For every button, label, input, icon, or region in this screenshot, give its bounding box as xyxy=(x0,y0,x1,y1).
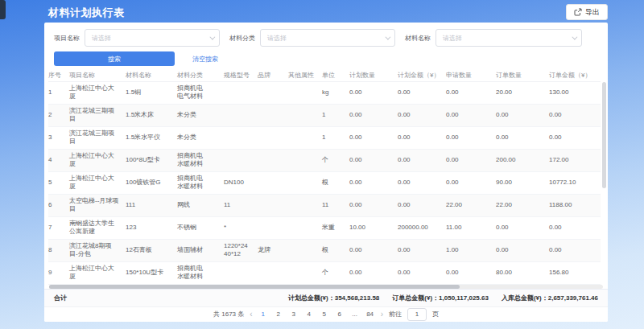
table-row[interactable]: 4上海松江中心大厦100*8U型卡招商机电 水暖材料个0.000.000.002… xyxy=(48,149,601,171)
cell: 网线 xyxy=(177,194,224,216)
cell: 1.00 xyxy=(446,239,496,261)
table-row[interactable]: 3滨江花城三期项目1.5米水平仪未分类10.000.000.000.000.00 xyxy=(48,126,601,149)
cell: 1.5米木床 xyxy=(126,104,177,126)
table-row[interactable]: 8滨江花城8期项目-分包12石膏板墙面辅材1220*2440*12龙牌根0.00… xyxy=(48,239,601,261)
cell xyxy=(288,171,322,194)
filter-select-2[interactable]: 请选择 xyxy=(436,29,582,47)
cell: DN100 xyxy=(224,171,258,194)
page-numbers: 123456...84 xyxy=(258,310,375,318)
page-number-2[interactable]: 2 xyxy=(274,310,283,318)
cell: 111 xyxy=(126,194,177,216)
cell xyxy=(258,104,288,126)
cell: 0.00 xyxy=(549,239,601,261)
cell: 0.00 xyxy=(349,261,398,284)
filter-select-1[interactable]: 请选择 xyxy=(260,29,395,47)
cell: 0.00 xyxy=(398,104,446,126)
total-count: 共 1673 条 xyxy=(213,310,244,319)
cell: 0.00 xyxy=(496,126,549,149)
cell: 0.00 xyxy=(398,81,446,104)
summary-item-value: 1,050,117,025.63 xyxy=(439,294,489,302)
cell: 未分类 xyxy=(177,126,224,149)
summary-item: 订单总金额(¥)：1,050,117,025.63 xyxy=(392,294,489,302)
cell xyxy=(288,149,322,171)
table-row[interactable]: 6太空电梯--月球项目111网线11110.000.0022.0022.0011… xyxy=(48,194,601,216)
cell xyxy=(224,126,258,149)
cell: 滨江花城三期项目 xyxy=(69,104,126,126)
export-button[interactable]: 导出 xyxy=(566,4,608,20)
cell: 1.5米水平仪 xyxy=(126,126,177,149)
cell: 根 xyxy=(322,239,349,261)
page-number-84[interactable]: 84 xyxy=(365,310,375,318)
chevron-down-icon xyxy=(209,35,215,40)
cell: 22.00 xyxy=(446,194,496,216)
cell: 1188.00 xyxy=(549,194,601,216)
cell: 200000.00 xyxy=(398,216,446,239)
clear-search-link[interactable]: 清空搜索 xyxy=(192,55,218,64)
summary-item: 计划总金额(¥)：354,568,213.58 xyxy=(288,294,379,302)
cell: 0.00 xyxy=(398,194,446,216)
filter-label: 材料名称 xyxy=(405,34,431,43)
cell: 0.00 xyxy=(398,261,446,284)
column-header: 材料名称 xyxy=(126,69,177,81)
cell xyxy=(224,81,258,104)
filter-label: 材料分类 xyxy=(229,34,255,43)
cell: 0.00 xyxy=(496,216,549,239)
action-row: 搜索 清空搜索 xyxy=(44,47,608,69)
page-ellipsis[interactable]: ... xyxy=(350,310,360,318)
cell: 上海松江中心大厦 xyxy=(69,171,126,194)
cell xyxy=(258,216,288,239)
cell xyxy=(258,194,288,216)
cell: 墙面辅材 xyxy=(177,239,224,261)
cell: 个 xyxy=(322,261,349,284)
next-page-button[interactable]: › xyxy=(381,311,383,318)
cell: 0.00 xyxy=(398,126,446,149)
cell: 0.00 xyxy=(496,104,549,126)
cell: 米重 xyxy=(322,216,349,239)
filter-group: 材料名称请选择 xyxy=(405,29,582,47)
summary-item: 入库总金额(¥)：2,657,339,761.46 xyxy=(502,294,598,302)
search-button[interactable]: 搜索 xyxy=(54,51,175,66)
cell: 0.00 xyxy=(549,126,601,149)
column-header: 单位 xyxy=(322,69,349,81)
cell: 20.00 xyxy=(496,81,549,104)
cell: 招商机电 水暖材料 xyxy=(177,149,224,171)
cell: 未分类 xyxy=(177,104,224,126)
table-row[interactable]: 1上海松江中心大厦1.5铜招商机电 电气材料kg0.000.000.0020.0… xyxy=(48,81,601,104)
page-number-1[interactable]: 1 xyxy=(258,310,268,318)
content-card: 项目名称请选择材料分类请选择材料名称请选择 搜索 清空搜索 序号项目名称材料名称… xyxy=(44,23,608,322)
summary-item-label: 入库总金额(¥)： xyxy=(502,294,548,302)
cell xyxy=(258,126,288,149)
filter-group: 项目名称请选择 xyxy=(54,29,220,47)
cell: 2 xyxy=(48,104,69,126)
page-number-3[interactable]: 3 xyxy=(289,310,299,318)
sidebar-collapsed-tab[interactable] xyxy=(0,0,6,19)
export-icon xyxy=(574,8,582,16)
cell: 上海松江中心大厦 xyxy=(69,81,126,104)
cell: 1.5铜 xyxy=(126,81,177,104)
cell: 0.00 xyxy=(398,239,446,261)
cell: 0.00 xyxy=(549,104,601,126)
table-row[interactable]: 2滨江花城三期项目1.5米木床未分类10.000.000.000.000.00 xyxy=(48,104,601,126)
page-number-5[interactable]: 5 xyxy=(320,310,329,318)
cell: 172.00 xyxy=(549,149,601,171)
cell: 0.00 xyxy=(349,104,398,126)
cell xyxy=(288,216,322,239)
cell xyxy=(288,261,322,284)
chevron-down-icon xyxy=(572,35,577,40)
column-header: 规格型号 xyxy=(224,69,258,81)
goto-page-input[interactable] xyxy=(407,308,427,321)
cell: 90.00 xyxy=(496,171,549,194)
cell xyxy=(224,149,258,171)
table-row[interactable]: 9上海松江中心大厦150*10U型卡招商机电 水暖材料个0.000.000.00… xyxy=(48,261,601,284)
summary-item-value: 354,568,213.58 xyxy=(335,294,380,302)
page-number-4[interactable]: 4 xyxy=(304,310,314,318)
table-row[interactable]: 5上海松江中心大厦100镀铁管G招商机电 水暖材料DN100根0.000.000… xyxy=(48,171,601,194)
cell: 3 xyxy=(48,126,69,149)
filter-select-0[interactable]: 请选择 xyxy=(85,29,220,47)
table-row[interactable]: 7南钢盛达大学生公寓新建123不锈钢*米重10.00200000.0011.00… xyxy=(48,216,601,239)
vertical-scrollbar-thumb[interactable] xyxy=(602,82,606,188)
prev-page-button[interactable]: ‹ xyxy=(250,311,252,318)
cell: 0.00 xyxy=(446,104,496,126)
cell: 滨江花城三期项目 xyxy=(69,126,126,149)
page-number-6[interactable]: 6 xyxy=(335,310,345,318)
